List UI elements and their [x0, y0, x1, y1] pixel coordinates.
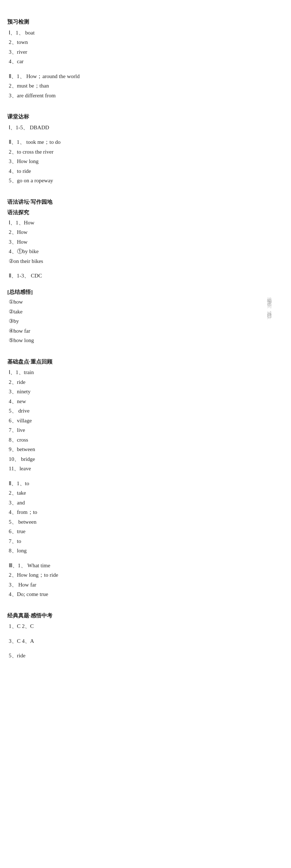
list-item: 6、village	[9, 416, 284, 426]
list-item: 2、How	[9, 228, 284, 237]
section-spacer	[7, 600, 284, 605]
blank-line	[7, 632, 284, 637]
list-item: 2、take	[9, 488, 284, 498]
list-item: 4、①by bike	[9, 247, 284, 256]
section-title-jichu: 基础盘点·重点回顾	[7, 357, 284, 367]
list-item: Ⅱ、1-3、 CDC	[9, 271, 284, 281]
list-item: 3、ninety	[9, 387, 284, 397]
list-item: 3、river	[9, 48, 284, 57]
list-item: Ⅰ、1-5、 DBADD	[9, 123, 284, 133]
list-item: 2、to cross the river	[9, 147, 284, 157]
section-spacer	[7, 346, 284, 351]
blank-line	[7, 646, 284, 651]
list-item: 8、cross	[9, 435, 284, 445]
list-item: ②on their bikes	[9, 257, 284, 266]
list-item: 8、long	[9, 546, 284, 556]
list-item: 4、from；to	[9, 508, 284, 517]
list-item: ③by	[9, 317, 284, 326]
list-item: 4、to ride	[9, 167, 284, 176]
list-item: 10、 bridge	[9, 455, 284, 464]
section-title-yufa: 语法讲坛·写作园地	[7, 198, 284, 207]
section-spacer	[7, 101, 284, 106]
list-item: 2、How long；to ride	[9, 571, 284, 580]
list-item: Ⅱ、1、 took me；to do	[9, 138, 284, 147]
blank-line	[7, 133, 284, 138]
list-item: 3、C 4、A	[9, 637, 284, 646]
section-title-jingdian: 经典真题·感悟中考	[7, 611, 284, 621]
list-item: Ⅰ、1、 boat	[9, 28, 284, 38]
section-title-yuxi: 预习检测	[7, 17, 284, 27]
list-item: Ⅱ、1、to	[9, 479, 284, 488]
list-item: 3、How	[9, 238, 284, 247]
blank-line	[7, 281, 284, 286]
blank-line	[7, 266, 284, 271]
list-item: Ⅱ、1、 How；around the world	[9, 72, 284, 81]
list-item: Ⅰ、1、train	[9, 368, 284, 377]
list-item: ⑤how long	[9, 336, 284, 345]
list-item: 5、ride	[9, 651, 284, 661]
list-item: 7、to	[9, 537, 284, 546]
blank-line	[7, 474, 284, 479]
sub-title: 语法探究	[7, 208, 284, 218]
list-item: ②take	[9, 307, 284, 317]
list-item: 5、 between	[9, 518, 284, 527]
list-item: ④how far	[9, 326, 284, 336]
page-container: 鸡鸣未已亮，城门已开 预习检测Ⅰ、1、 boat2、town3、river4、c…	[7, 17, 284, 666]
section-spacer	[7, 186, 284, 191]
list-item: 3、and	[9, 498, 284, 508]
blank-line	[7, 67, 284, 72]
list-item: 11、leave	[9, 464, 284, 474]
list-item: 5、 drive	[9, 406, 284, 416]
blank-line	[7, 556, 284, 561]
section-title-ketang: 课堂达标	[7, 112, 284, 122]
list-item: ①how	[9, 297, 284, 307]
sub-title: [总结感悟]	[7, 288, 284, 297]
list-item: 4、new	[9, 397, 284, 406]
list-item: 3、 How far	[9, 580, 284, 590]
list-item: 5、go on a ropeway	[9, 176, 284, 186]
list-item: 4、car	[9, 57, 284, 66]
list-item: 4、Do; come true	[9, 590, 284, 599]
list-item: 2、must be；than	[9, 81, 284, 91]
section-spacer	[7, 661, 284, 666]
list-item: 7、live	[9, 426, 284, 435]
list-item: 2、ride	[9, 378, 284, 387]
list-item: Ⅲ、1、 What time	[9, 561, 284, 571]
list-item: 1、C 2、C	[9, 622, 284, 631]
list-item: 2、town	[9, 38, 284, 47]
list-item: 9、between	[9, 445, 284, 454]
list-item: 3、How long	[9, 157, 284, 166]
list-item: 3、are different from	[9, 91, 284, 101]
list-item: 6、true	[9, 527, 284, 536]
list-item: Ⅰ、1、How	[9, 218, 284, 228]
